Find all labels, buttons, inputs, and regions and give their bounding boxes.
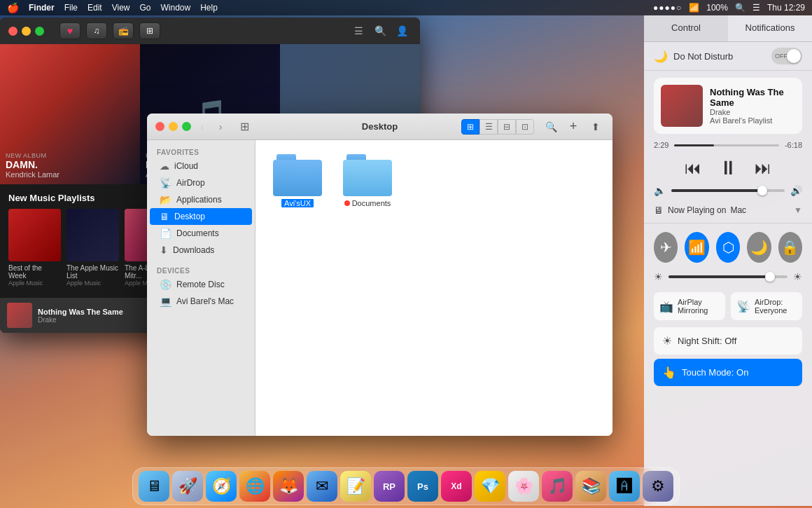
dock-adobexd[interactable]: Xd [441, 471, 472, 502]
touch-mode-icon: 👆 [662, 366, 676, 379]
dock-sysprefs[interactable]: ⚙ [643, 471, 673, 502]
wifi-icon[interactable]: 📶 [689, 3, 699, 13]
menu-go[interactable]: Go [140, 3, 151, 13]
bluetooth-button[interactable]: ⬡ [716, 232, 740, 263]
next-button[interactable]: ⏭ [755, 158, 771, 178]
menu-file[interactable]: File [64, 3, 78, 13]
dock-notes[interactable]: 📝 [340, 471, 371, 502]
dock-rapidweaver[interactable]: RP [374, 471, 405, 502]
airplane-mode-button[interactable]: ✈ [654, 232, 678, 263]
file-item-avisux[interactable]: Avi'sUX [270, 154, 326, 207]
profile-button[interactable]: 👤 [392, 23, 412, 39]
finder-sidebar-toggle[interactable]: ⊞ [236, 120, 253, 134]
chevron-down-icon[interactable]: ▼ [794, 205, 802, 215]
dock-appstore[interactable]: 🅰 [609, 471, 640, 502]
dock-launchpad[interactable]: 🚀 [172, 471, 203, 502]
menu-icon[interactable]: ☰ [752, 3, 760, 13]
desktop-label: Desktop [174, 212, 205, 221]
finder-share-button[interactable]: ⬆ [587, 118, 604, 135]
finder-body: Favorites ☁ iCloud 📡 AirDrop 📂 Applicati… [147, 140, 612, 436]
cc-progress-bar[interactable] [674, 144, 779, 146]
menu-view[interactable]: View [112, 3, 130, 13]
sidebar-item-airdrop[interactable]: 📡 AirDrop [150, 174, 252, 191]
finder-list-view[interactable]: ☰ [479, 119, 498, 135]
minimize-button[interactable] [22, 27, 31, 36]
cc-album-art [661, 85, 703, 127]
tab-control[interactable]: Control [644, 15, 728, 41]
brightness-high-icon: ☀ [793, 271, 802, 282]
airplay-mirroring-button[interactable]: 📺 AirPlayMirroring [654, 292, 725, 320]
finder-add-button[interactable]: + [565, 118, 582, 135]
finder-minimize-button[interactable] [169, 122, 178, 131]
finder-column-view[interactable]: ⊟ [498, 119, 516, 135]
touch-mode-button[interactable]: 👆 Touch Mode: On [654, 359, 802, 386]
sidebar-item-documents[interactable]: 📄 Documents [150, 225, 252, 242]
finder-forward-button[interactable]: › [214, 120, 227, 134]
dnd-quick-button[interactable]: 🌙 [747, 232, 771, 263]
dock-chrome[interactable]: 🌐 [239, 471, 270, 502]
music-note-button[interactable]: ♫ [86, 22, 107, 39]
finder-maximize-button[interactable] [182, 122, 191, 131]
finder-search-button[interactable]: 🔍 [542, 118, 559, 135]
dnd-toggle[interactable]: OFF [771, 48, 802, 64]
list-view-button[interactable]: ☰ [349, 23, 368, 39]
airdrop-button[interactable]: 📡 AirDrop:Everyone [731, 292, 802, 320]
menu-help[interactable]: Help [200, 3, 218, 13]
apple-menu[interactable]: 🍎 [7, 2, 19, 13]
sidebar-item-icloud[interactable]: ☁ iCloud [150, 158, 252, 174]
dnd-toggle-knob [787, 49, 801, 63]
connect-button[interactable]: ⊞ [139, 22, 160, 39]
dnd-row: 🌙 Do Not Disturb OFF [644, 42, 812, 71]
dock-firefox[interactable]: 🦊 [273, 471, 304, 502]
pause-button[interactable]: ⏸ [718, 156, 738, 179]
file-label-avisux: Avi'sUX [281, 199, 314, 207]
file-item-documents[interactable]: Documents [340, 154, 396, 207]
playlist-item[interactable]: Best of the Week Apple Music [8, 209, 61, 287]
night-shift-button[interactable]: ☀ Night Shift: Off [654, 327, 802, 355]
dock-itunes[interactable]: 🎵 [542, 471, 573, 502]
sidebar-item-downloads[interactable]: ⬇ Downloads [150, 242, 252, 259]
playlist-name-2: The Apple Music List [66, 264, 119, 280]
sidebar-item-desktop[interactable]: 🖥 Desktop [150, 208, 252, 225]
sidebar-item-avi-mac[interactable]: 💻 Avi Barel's Mac [150, 293, 252, 310]
itunes-titlebar: ♥ ♫ 📻 ⊞ ☰ 🔍 👤 [0, 18, 420, 44]
playlist-by-1: Apple Music [8, 280, 61, 287]
dock-ibooks[interactable]: 📚 [575, 471, 606, 502]
dock-safari[interactable]: 🧭 [206, 471, 237, 502]
search-button[interactable]: 🔍 [370, 23, 390, 39]
radio-button[interactable]: 📻 [113, 22, 134, 39]
menu-edit[interactable]: Edit [88, 3, 102, 13]
wifi-button[interactable]: 📶 [685, 232, 708, 263]
playlist-item[interactable]: The Apple Music List Apple Music [66, 209, 119, 287]
close-button[interactable] [8, 27, 18, 36]
documents-label: Documents [176, 228, 219, 238]
dock-sketch[interactable]: 💎 [475, 471, 505, 502]
sidebar-item-applications[interactable]: 📂 Applications [150, 191, 252, 208]
previous-button[interactable]: ⏮ [685, 158, 701, 178]
maximize-button[interactable] [35, 27, 44, 36]
brightness-knob [765, 272, 775, 282]
finder-icon-view[interactable]: ⊞ [461, 119, 479, 135]
app-name[interactable]: Finder [29, 3, 55, 13]
dock-mail[interactable]: ✉ [307, 471, 337, 502]
heart-button[interactable]: ♥ [59, 22, 80, 39]
finder-close-button[interactable] [155, 122, 164, 131]
dock-photos[interactable]: 🌸 [508, 471, 539, 502]
lock-button[interactable]: 🔒 [778, 232, 802, 263]
menu-window[interactable]: Window [161, 3, 191, 13]
finder-back-button[interactable]: ‹ [195, 120, 209, 134]
featured-item-kendrick[interactable]: NEW ALBUM DAMN. Kendrick Lamar [0, 44, 140, 184]
brightness-slider[interactable] [668, 275, 788, 278]
playlist-cover-1 [8, 209, 61, 261]
dock-photoshop[interactable]: Ps [407, 471, 438, 502]
volume-slider[interactable] [671, 189, 785, 192]
dock: 🖥 🚀 🧭 🌐 🦊 ✉ 📝 RP Ps Xd 💎 🌸 🎵 📚 🅰 ⚙ [132, 467, 680, 505]
sidebar-item-remote-disc[interactable]: 💿 Remote Disc [150, 276, 252, 293]
finder-cover-flow-view[interactable]: ⊡ [516, 119, 534, 135]
cc-now-playing: Nothing Was The Same Drake Avi Barel's P… [654, 78, 802, 134]
icloud-label: iCloud [174, 161, 198, 171]
search-icon[interactable]: 🔍 [735, 3, 746, 13]
dock-finder[interactable]: 🖥 [139, 471, 169, 502]
tab-notifications[interactable]: Notifications [728, 15, 812, 41]
cc-track-title: Nothing Was The Same [710, 87, 795, 108]
